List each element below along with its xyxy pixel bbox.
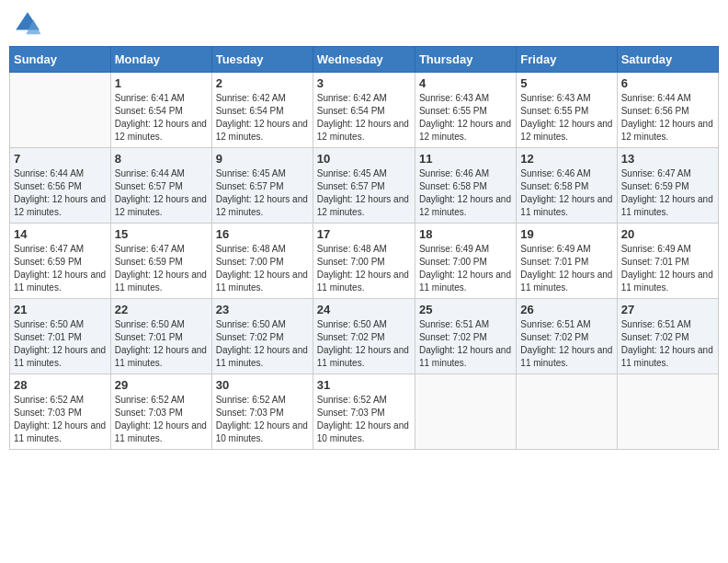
- calendar-cell: 2Sunrise: 6:42 AM Sunset: 6:54 PM Daylig…: [211, 73, 313, 148]
- calendar-cell: 11Sunrise: 6:46 AM Sunset: 6:58 PM Dayli…: [415, 148, 516, 224]
- day-info: Sunrise: 6:50 AM Sunset: 7:02 PM Dayligh…: [317, 318, 411, 370]
- day-number: 28: [14, 378, 107, 392]
- calendar-cell: 5Sunrise: 6:43 AM Sunset: 6:55 PM Daylig…: [517, 73, 617, 148]
- day-info: Sunrise: 6:45 AM Sunset: 6:57 PM Dayligh…: [216, 167, 309, 219]
- day-info: Sunrise: 6:46 AM Sunset: 6:58 PM Dayligh…: [419, 167, 512, 219]
- calendar-cell: [617, 374, 718, 450]
- calendar-cell: 25Sunrise: 6:51 AM Sunset: 7:02 PM Dayli…: [415, 299, 516, 374]
- day-number: 9: [216, 152, 309, 166]
- day-info: Sunrise: 6:45 AM Sunset: 6:57 PM Dayligh…: [317, 167, 411, 219]
- day-info: Sunrise: 6:42 AM Sunset: 6:54 PM Dayligh…: [317, 92, 411, 144]
- day-number: 1: [115, 76, 208, 90]
- day-number: 7: [14, 152, 107, 166]
- day-number: 15: [115, 227, 208, 241]
- day-info: Sunrise: 6:46 AM Sunset: 6:58 PM Dayligh…: [520, 167, 612, 219]
- day-number: 16: [216, 227, 309, 241]
- day-info: Sunrise: 6:47 AM Sunset: 6:59 PM Dayligh…: [14, 243, 107, 294]
- calendar-cell: 13Sunrise: 6:47 AM Sunset: 6:59 PM Dayli…: [617, 148, 718, 224]
- calendar-cell: 8Sunrise: 6:44 AM Sunset: 6:57 PM Daylig…: [110, 148, 211, 224]
- day-number: 8: [115, 152, 208, 166]
- calendar-cell: 15Sunrise: 6:47 AM Sunset: 6:59 PM Dayli…: [110, 224, 211, 299]
- calendar-cell: 6Sunrise: 6:44 AM Sunset: 6:56 PM Daylig…: [617, 73, 718, 148]
- day-number: 23: [216, 303, 309, 316]
- day-number: 21: [14, 303, 107, 316]
- day-number: 26: [520, 303, 612, 316]
- calendar-cell: 19Sunrise: 6:49 AM Sunset: 7:01 PM Dayli…: [517, 224, 617, 299]
- calendar-cell: 20Sunrise: 6:49 AM Sunset: 7:01 PM Dayli…: [617, 224, 718, 299]
- day-number: 30: [216, 378, 309, 392]
- day-info: Sunrise: 6:48 AM Sunset: 7:00 PM Dayligh…: [317, 243, 411, 294]
- calendar-cell: 4Sunrise: 6:43 AM Sunset: 6:55 PM Daylig…: [415, 73, 516, 148]
- day-number: 2: [216, 76, 309, 90]
- day-info: Sunrise: 6:48 AM Sunset: 7:00 PM Dayligh…: [216, 243, 309, 294]
- weekday-header: Tuesday: [211, 47, 313, 73]
- day-number: 5: [520, 76, 612, 90]
- calendar-cell: 29Sunrise: 6:52 AM Sunset: 7:03 PM Dayli…: [110, 374, 211, 450]
- day-info: Sunrise: 6:44 AM Sunset: 6:56 PM Dayligh…: [14, 167, 107, 219]
- day-number: 12: [520, 152, 612, 166]
- calendar-cell: 27Sunrise: 6:51 AM Sunset: 7:02 PM Dayli…: [617, 299, 718, 374]
- page-header: [9, 9, 719, 39]
- day-number: 22: [115, 303, 208, 316]
- logo: [13, 9, 44, 39]
- day-number: 11: [419, 152, 512, 166]
- calendar-cell: 1Sunrise: 6:41 AM Sunset: 6:54 PM Daylig…: [110, 73, 211, 148]
- calendar-header-row: SundayMondayTuesdayWednesdayThursdayFrid…: [10, 47, 719, 73]
- day-number: 31: [317, 378, 411, 392]
- day-info: Sunrise: 6:41 AM Sunset: 6:54 PM Dayligh…: [115, 92, 208, 144]
- calendar-cell: 17Sunrise: 6:48 AM Sunset: 7:00 PM Dayli…: [313, 224, 415, 299]
- calendar-cell: 10Sunrise: 6:45 AM Sunset: 6:57 PM Dayli…: [313, 148, 415, 224]
- day-info: Sunrise: 6:47 AM Sunset: 6:59 PM Dayligh…: [621, 167, 714, 219]
- weekday-header: Friday: [517, 47, 617, 73]
- day-info: Sunrise: 6:44 AM Sunset: 6:56 PM Dayligh…: [621, 92, 714, 144]
- day-number: 14: [14, 227, 107, 241]
- calendar-cell: [415, 374, 516, 450]
- day-number: 18: [419, 227, 512, 241]
- day-info: Sunrise: 6:44 AM Sunset: 6:57 PM Dayligh…: [115, 167, 208, 219]
- calendar-week-row: 14Sunrise: 6:47 AM Sunset: 6:59 PM Dayli…: [10, 224, 719, 299]
- day-number: 3: [317, 76, 411, 90]
- calendar-cell: [517, 374, 617, 450]
- day-info: Sunrise: 6:52 AM Sunset: 7:03 PM Dayligh…: [14, 394, 107, 445]
- day-number: 27: [621, 303, 714, 316]
- calendar-cell: 26Sunrise: 6:51 AM Sunset: 7:02 PM Dayli…: [517, 299, 617, 374]
- calendar-week-row: 7Sunrise: 6:44 AM Sunset: 6:56 PM Daylig…: [10, 148, 719, 224]
- logo-icon: [13, 9, 42, 39]
- day-info: Sunrise: 6:52 AM Sunset: 7:03 PM Dayligh…: [216, 394, 309, 445]
- calendar-cell: 24Sunrise: 6:50 AM Sunset: 7:02 PM Dayli…: [313, 299, 415, 374]
- calendar-cell: 7Sunrise: 6:44 AM Sunset: 6:56 PM Daylig…: [10, 148, 111, 224]
- day-number: 4: [419, 76, 512, 90]
- calendar-week-row: 1Sunrise: 6:41 AM Sunset: 6:54 PM Daylig…: [10, 73, 719, 148]
- calendar-cell: 18Sunrise: 6:49 AM Sunset: 7:00 PM Dayli…: [415, 224, 516, 299]
- calendar-cell: 22Sunrise: 6:50 AM Sunset: 7:01 PM Dayli…: [110, 299, 211, 374]
- day-info: Sunrise: 6:52 AM Sunset: 7:03 PM Dayligh…: [115, 394, 208, 445]
- day-number: 24: [317, 303, 411, 316]
- weekday-header: Sunday: [10, 47, 111, 73]
- weekday-header: Saturday: [617, 47, 718, 73]
- calendar-cell: 28Sunrise: 6:52 AM Sunset: 7:03 PM Dayli…: [10, 374, 111, 450]
- calendar-cell: 9Sunrise: 6:45 AM Sunset: 6:57 PM Daylig…: [211, 148, 313, 224]
- day-number: 20: [621, 227, 714, 241]
- day-number: 17: [317, 227, 411, 241]
- day-info: Sunrise: 6:43 AM Sunset: 6:55 PM Dayligh…: [520, 92, 612, 144]
- day-info: Sunrise: 6:49 AM Sunset: 7:01 PM Dayligh…: [520, 243, 612, 294]
- day-info: Sunrise: 6:43 AM Sunset: 6:55 PM Dayligh…: [419, 92, 512, 144]
- calendar-week-row: 21Sunrise: 6:50 AM Sunset: 7:01 PM Dayli…: [10, 299, 719, 374]
- day-info: Sunrise: 6:51 AM Sunset: 7:02 PM Dayligh…: [621, 318, 714, 370]
- calendar-cell: [10, 73, 111, 148]
- day-info: Sunrise: 6:49 AM Sunset: 7:00 PM Dayligh…: [419, 243, 512, 294]
- calendar-cell: 30Sunrise: 6:52 AM Sunset: 7:03 PM Dayli…: [211, 374, 313, 450]
- day-info: Sunrise: 6:51 AM Sunset: 7:02 PM Dayligh…: [520, 318, 612, 370]
- day-number: 25: [419, 303, 512, 316]
- day-number: 10: [317, 152, 411, 166]
- day-info: Sunrise: 6:42 AM Sunset: 6:54 PM Dayligh…: [216, 92, 309, 144]
- calendar-cell: 16Sunrise: 6:48 AM Sunset: 7:00 PM Dayli…: [211, 224, 313, 299]
- day-info: Sunrise: 6:50 AM Sunset: 7:02 PM Dayligh…: [216, 318, 309, 370]
- day-number: 6: [621, 76, 714, 90]
- day-info: Sunrise: 6:50 AM Sunset: 7:01 PM Dayligh…: [14, 318, 107, 370]
- calendar-cell: 12Sunrise: 6:46 AM Sunset: 6:58 PM Dayli…: [517, 148, 617, 224]
- day-info: Sunrise: 6:49 AM Sunset: 7:01 PM Dayligh…: [621, 243, 714, 294]
- calendar-cell: 14Sunrise: 6:47 AM Sunset: 6:59 PM Dayli…: [10, 224, 111, 299]
- day-info: Sunrise: 6:51 AM Sunset: 7:02 PM Dayligh…: [419, 318, 512, 370]
- day-info: Sunrise: 6:52 AM Sunset: 7:03 PM Dayligh…: [317, 394, 411, 445]
